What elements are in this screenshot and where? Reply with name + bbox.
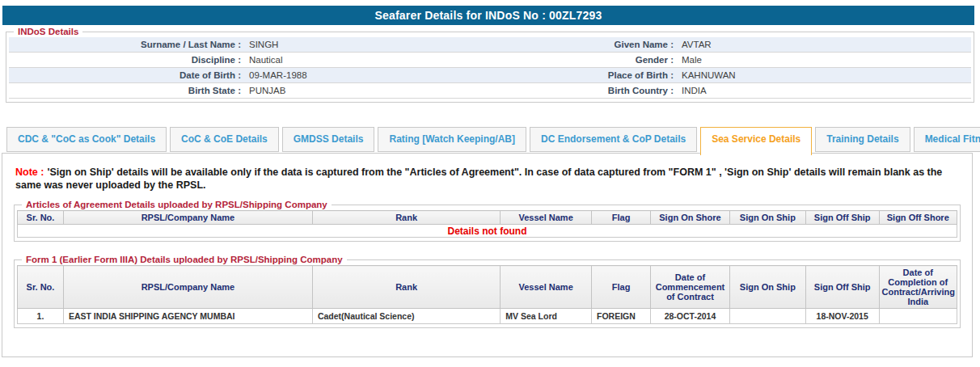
field-value: Male [678, 53, 971, 67]
table-cell: EAST INDIA SHIPPING AGENCY MUMBAI [63, 309, 312, 324]
field-label: Date of Birth : [9, 68, 245, 82]
indos-rows: Surname / Last Name :SINGHGiven Name :AV… [9, 37, 971, 99]
column-header: Sign Off Ship [805, 266, 879, 309]
empty-row: Details not found [18, 225, 957, 238]
column-header: Sign On Ship [729, 266, 805, 309]
note-text: 'Sign on Ship' details will be available… [15, 167, 942, 191]
table-cell: 28-OCT-2014 [651, 309, 730, 324]
column-header: Sign On Ship [729, 211, 805, 225]
column-header: Vessel Name [501, 211, 592, 225]
table-cell: 1. [18, 309, 64, 324]
field-value: SINGH [245, 37, 504, 52]
column-header: Rank [312, 211, 500, 225]
table-cell: 18-NOV-2015 [805, 309, 879, 324]
tab-sea-service[interactable]: Sea Service Details [700, 127, 812, 155]
articles-table: Sr. No.RPSL/Company NameRankVessel NameF… [17, 210, 957, 238]
indos-details-legend: INDoS Details [14, 27, 82, 36]
field-value: INDIA [678, 83, 971, 98]
field-value: PUNJAB [245, 83, 504, 98]
table-cell: Cadet(Nautical Science) [312, 309, 500, 324]
column-header: Rank [312, 266, 500, 309]
column-header: Date of Completion of Contract/Arriving … [879, 266, 957, 309]
note-prefix: Note : [15, 167, 44, 178]
field-label: Place of Birth : [504, 68, 678, 82]
form1-fieldset: Form 1 (Earlier Form IIIA) Details uploa… [14, 255, 961, 328]
column-header: Flag [591, 211, 650, 225]
field-label: Birth Country : [504, 83, 678, 98]
field-label: Gender : [504, 53, 678, 67]
articles-legend: Articles of Agreement Details uploaded b… [22, 200, 332, 209]
field-value: AVTAR [678, 37, 971, 52]
indos-row: Birth State :PUNJABBirth Country :INDIA [9, 83, 971, 99]
indos-row: Date of Birth :09-MAR-1988Place of Birth… [9, 68, 971, 83]
table-cell: FOREIGN [591, 309, 650, 324]
field-label: Birth State : [9, 83, 245, 98]
field-value: KAHNUWAN [678, 68, 971, 82]
column-header: Sr. No. [18, 266, 64, 309]
field-label: Surname / Last Name : [9, 37, 245, 52]
tab-dc-endorsement-cop[interactable]: DC Endorsement & CoP Details [530, 127, 697, 152]
field-label: Discipline : [9, 53, 245, 67]
table-row: 1.EAST INDIA SHIPPING AGENCY MUMBAICadet… [18, 309, 957, 324]
column-header: Sign Off Ship [805, 211, 879, 225]
table-cell [879, 309, 957, 324]
column-header: Date of Commencement of Contract [651, 266, 730, 309]
column-header: RPSL/Company Name [63, 211, 312, 225]
tab-gmdss[interactable]: GMDSS Details [282, 127, 375, 152]
indos-details-fieldset: INDoS Details Surname / Last Name :SINGH… [6, 27, 974, 103]
column-header: RPSL/Company Name [63, 266, 312, 309]
field-value: 09-MAR-1988 [245, 68, 504, 82]
page-title: Seafarer Details for INDoS No : 00ZL7293 [2, 6, 974, 25]
table-cell [729, 309, 805, 324]
indos-row: Discipline :NauticalGender :Male [9, 53, 971, 68]
field-value: Nautical [245, 53, 504, 67]
column-header: Sign Off Shore [879, 211, 957, 225]
form1-table: Sr. No.RPSL/Company NameRankVessel NameF… [17, 265, 957, 324]
sea-service-tab-panel: Note :'Sign on Ship' details will be ava… [2, 153, 973, 357]
form1-legend: Form 1 (Earlier Form IIIA) Details uploa… [22, 255, 347, 264]
column-header: Flag [591, 266, 650, 309]
empty-message: Details not found [18, 225, 957, 238]
tab-coc-coe[interactable]: CoC & CoE Details [170, 127, 279, 152]
column-header: Sr. No. [18, 211, 64, 225]
tab-cdc-coc-as-cook[interactable]: CDC & "CoC as Cook" Details [6, 127, 167, 152]
seafarer-details-page: Seafarer Details for INDoS No : 00ZL7293… [0, 0, 980, 367]
table-cell: MV Sea Lord [501, 309, 592, 324]
tab-training[interactable]: Training Details [815, 127, 910, 152]
indos-row: Surname / Last Name :SINGHGiven Name :AV… [9, 37, 971, 53]
column-header: Sign On Shore [651, 211, 730, 225]
note: Note :'Sign on Ship' details will be ava… [15, 166, 957, 192]
tab-strip: CDC & "CoC as Cook" DetailsCoC & CoE Det… [6, 127, 980, 155]
field-label: Given Name : [504, 37, 678, 52]
articles-of-agreement-fieldset: Articles of Agreement Details uploaded b… [14, 200, 961, 242]
column-header: Vessel Name [501, 266, 592, 309]
tab-medical-fitness[interactable]: Medical Fitness Certificate [914, 127, 980, 152]
tab-rating-watch-keeping-ab[interactable]: Rating [Watch Keeping/AB] [378, 127, 526, 152]
